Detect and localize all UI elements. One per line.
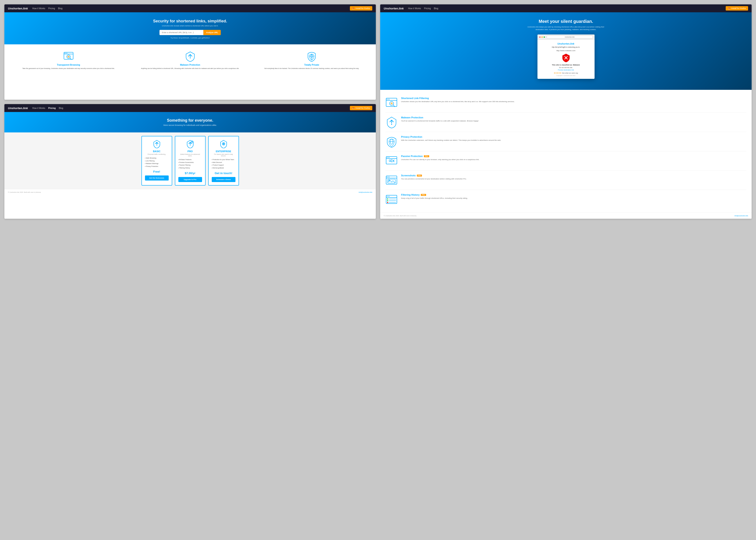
basic-feature-1: Safer Browsing xyxy=(145,157,169,160)
svg-point-3 xyxy=(66,53,66,54)
guardian-logo: Unshorten.link xyxy=(384,7,404,10)
url-input[interactable] xyxy=(159,30,204,35)
pricing-hero: Something for everyone. More secure brow… xyxy=(4,112,376,132)
url-input-row: Analyze URL xyxy=(9,30,372,35)
home-logo: Unshorten.link xyxy=(8,7,28,10)
nav-pricing[interactable]: Pricing xyxy=(48,7,55,10)
ent-feature-2: Bulk Discount xyxy=(212,161,235,164)
pricing-nav-links: How it Works Pricing Blog xyxy=(32,107,346,109)
svg-rect-52 xyxy=(389,160,390,162)
link-filter-title: Shortened Link Filtering xyxy=(401,97,746,99)
ent-feature-4: Eternal gratitude xyxy=(212,167,235,170)
pricing-panel: Unshorten.link How it Works Pricing Blog… xyxy=(4,104,376,219)
malware-list-desc: You'll be warned if a shortened link for… xyxy=(401,120,746,122)
pricing-nav-how[interactable]: How it Works xyxy=(32,107,45,109)
transparent-desc: Take the guesswork out of your browsing.… xyxy=(11,68,126,70)
mockup-warning: http://bit.ly/4drFqg5h is redirecting yo… xyxy=(540,46,592,48)
basic-price: Free! xyxy=(145,170,169,173)
basic-feature-2: Link Filtering xyxy=(145,160,169,163)
history-list-icon xyxy=(385,194,397,205)
link-filter-icon xyxy=(385,97,397,109)
privacy-list-icon xyxy=(385,135,397,148)
malware-desc: Anything can be hiding behind a shortene… xyxy=(133,68,248,70)
private-desc: Not everybody likes to be tracked. The U… xyxy=(254,68,369,70)
home-navbar: Unshorten.link How it Works Pricing Blog… xyxy=(4,4,376,12)
transparent-title: Transparent Browsing xyxy=(11,64,126,66)
guardian-navbar: Unshorten.link How it Works Pricing Blog… xyxy=(380,4,752,12)
feature-link-filter: Shortened Link Filtering Unshorten shows… xyxy=(385,93,746,113)
svg-point-64 xyxy=(387,196,387,197)
nav-blog[interactable]: Blog xyxy=(58,7,63,10)
malware-list-icon xyxy=(385,116,397,128)
screenshots-list-content: Screenshots PRO You can preview a screen… xyxy=(401,174,746,180)
guardian-install-btn[interactable]: 🦊 Install for Firefox xyxy=(726,6,748,11)
screenshots-list-desc: You can preview a screenshot of your des… xyxy=(401,178,746,180)
feature-malware-list: Malware Protection You'll be warned if a… xyxy=(385,113,746,132)
guardian-title: Meet your silent guardian. xyxy=(384,19,747,24)
pricing-cards: BASIC Personal traffic monitoring. Safer… xyxy=(4,132,376,189)
basic-subtitle: Personal traffic monitoring. xyxy=(145,154,169,155)
mockup-destination: http://www.malware.com xyxy=(540,50,592,52)
home-hero-title: Security for shortened links, simplified… xyxy=(9,19,372,24)
feature-transparent: Transparent Browsing Take the guesswork … xyxy=(9,49,128,72)
pricing-card-enterprise: ENTERPRISE For teams who want to stay se… xyxy=(208,136,239,186)
svg-point-66 xyxy=(389,196,389,197)
guardian-nav-how[interactable]: How it Works xyxy=(408,7,421,10)
pricing-navbar: Unshorten.link How it Works Pricing Blog… xyxy=(4,104,376,112)
history-list-title: Filtering History PRO xyxy=(401,194,746,196)
pricing-logo: Unshorten.link xyxy=(8,106,28,110)
pricing-subtitle: More secure browsing for individuals and… xyxy=(9,124,372,126)
enterprise-title: ENTERPRISE xyxy=(212,150,235,153)
pricing-install-btn[interactable]: 🦊 Install for Firefox xyxy=(350,106,372,110)
browser-dot-green xyxy=(543,37,545,38)
browser-dot-red xyxy=(539,37,540,38)
screenshots-list-title: Screenshots PRO xyxy=(401,174,746,177)
malware-list-content: Malware Protection You'll be warned if a… xyxy=(401,116,746,122)
svg-point-49 xyxy=(387,157,387,158)
malware-list-title: Malware Protection xyxy=(401,116,746,119)
guardian-footer-email[interactable]: info@unshorten.link xyxy=(734,215,748,216)
privacy-list-desc: With the Unshorten extension, we'll bloc… xyxy=(401,139,746,142)
privacy-list-title: Privacy Protection xyxy=(401,135,746,138)
pricing-nav-blog[interactable]: Blog xyxy=(59,107,63,109)
basic-feature-3: Malware Warnings xyxy=(145,162,169,165)
screenshots-list-icon xyxy=(385,174,397,186)
get-extension-btn[interactable]: Get the Extension xyxy=(145,176,169,181)
svg-point-2 xyxy=(64,53,65,54)
pricing-footer-email[interactable]: info@unshorten.link xyxy=(359,192,372,193)
private-icon xyxy=(306,51,317,62)
nav-how-it-works[interactable]: How it Works xyxy=(32,7,45,10)
guardian-nav-blog[interactable]: Blog xyxy=(434,7,438,10)
install-firefox-btn[interactable]: 🦊 Install for Firefox xyxy=(350,6,372,11)
svg-point-18 xyxy=(156,145,157,146)
svg-point-59 xyxy=(389,177,389,178)
passive-list-icon xyxy=(385,155,397,167)
guardian-footer: © Unshorten.link 2020. Built with love i… xyxy=(380,212,752,219)
analyze-btn[interactable]: Analyze URL xyxy=(204,30,221,35)
mockup-logo: Unshorten.link xyxy=(540,42,592,45)
mockup-links[interactable]: Preview destination link xyxy=(540,69,592,71)
passive-pro-badge: PRO xyxy=(424,155,429,157)
svg-line-32 xyxy=(565,57,567,59)
history-list-content: Filtering History PRO Keep a log of all … xyxy=(401,194,746,200)
screenshots-pro-badge: PRO xyxy=(417,175,422,177)
browser-url: Unshorten.link xyxy=(547,36,593,39)
svg-point-22 xyxy=(190,145,191,146)
guardian-nav-pricing[interactable]: Pricing xyxy=(424,7,431,10)
schedule-demo-btn[interactable]: Schedule a Demo xyxy=(212,177,235,182)
pricing-nav-pricing[interactable]: Pricing xyxy=(48,107,56,109)
pro-feature-2: Preview Screenshots xyxy=(178,161,202,164)
pro-feature-3: Passive Filtering xyxy=(178,164,202,167)
upgrade-pro-btn[interactable]: Upgrade to Pro xyxy=(178,177,202,182)
pricing-footer: © Unshorten.link 2020. Built with care i… xyxy=(4,189,376,195)
features-list: Shortened Link Filtering Unshorten shows… xyxy=(380,90,752,212)
browser-dot-yellow xyxy=(541,37,543,38)
enterprise-icon xyxy=(219,139,228,148)
feature-privacy-list: Privacy Protection With the Unshorten ex… xyxy=(385,132,746,151)
feature-screenshots-list: Screenshots PRO You can preview a screen… xyxy=(385,171,746,190)
feature-malware: Malware Protection Anything can be hidin… xyxy=(130,49,250,72)
feature-private: Totally Private Not everybody likes to b… xyxy=(252,49,372,72)
malware-title: Malware Protection xyxy=(133,64,248,66)
browser-mockup: Unshorten.link Unshorten.link http://bit… xyxy=(537,35,595,79)
pricing-title: Something for everyone. xyxy=(9,118,372,123)
